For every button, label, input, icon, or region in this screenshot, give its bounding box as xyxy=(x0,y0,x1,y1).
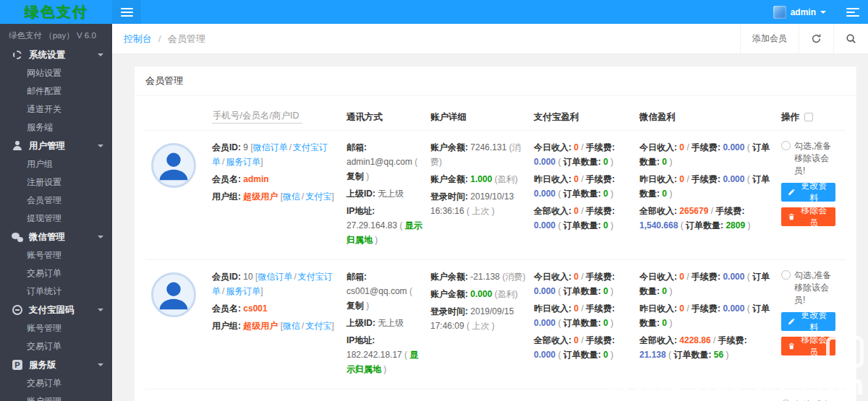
profit-line: 昨日收入: 0 / 手续费: 0.000 ( 订单数量: 0 ) xyxy=(534,172,632,201)
sidebar-section-label: 微信管理 xyxy=(29,228,65,246)
col-wechat-profit: 微信盈利 xyxy=(639,112,676,122)
sidebar-item[interactable]: 交易订单 xyxy=(0,264,112,283)
order-link[interactable]: 服务订单 xyxy=(226,157,260,167)
remove-hint: 勾选,准备移除该会员! xyxy=(794,140,835,177)
breadcrumb-home-link[interactable]: 控制台 xyxy=(124,33,152,46)
breadcrumb-separator: / xyxy=(158,33,161,44)
sidebar-section-header[interactable]: 微信管理 xyxy=(0,228,112,246)
sidebar-item[interactable]: 提现管理 xyxy=(0,210,112,228)
parent-id-label: 上级ID: xyxy=(346,189,375,199)
member-management-card: 会员管理 通讯方式 账户详细 支付宝盈利 微信盈利 操作 xyxy=(134,66,857,401)
profit-line: 昨日收入: 0 / 手续费: 0.000 ( 订单数量: 0 ) xyxy=(639,172,774,201)
service-icon xyxy=(12,359,23,371)
remove-hint: 勾选,准备移除该会员! xyxy=(794,270,835,306)
hamburger-menu-icon[interactable] xyxy=(112,0,141,24)
account-detail-cell: 账户余额: -21.138 (消费) 账户金额: 0.000 (盈利) 登录时间… xyxy=(430,270,534,379)
sidebar-section-label: 支付宝固码 xyxy=(29,301,75,319)
sidebar-section-header[interactable]: 系统设置 xyxy=(0,46,112,64)
login-time-label: 登录时间: xyxy=(430,306,468,316)
search-icon xyxy=(846,33,856,44)
sidebar-item[interactable]: 订单统计 xyxy=(0,283,112,301)
sidebar-item[interactable]: 交易订单 xyxy=(0,337,112,355)
amount-value: 0.000 xyxy=(470,289,492,299)
search-button[interactable] xyxy=(833,24,868,53)
group-link[interactable]: 支付宝 xyxy=(305,321,331,331)
col-action: 操作 xyxy=(781,112,799,122)
group-link[interactable]: 支付宝 xyxy=(305,191,331,202)
sidebar-item[interactable]: 注册设置 xyxy=(0,173,112,191)
sidebar-item[interactable]: 账号管理 xyxy=(0,319,112,337)
breadcrumb-current: 会员管理 xyxy=(168,33,205,46)
right-panel-icon[interactable] xyxy=(839,0,868,24)
table-row: 会员ID: 11 [微信订单/支付宝订单/服务订单/] 会员名: cc123 用… xyxy=(145,389,846,401)
order-link[interactable]: 微信订单 xyxy=(253,142,288,152)
select-all-checkbox[interactable] xyxy=(804,113,813,121)
copy-link[interactable]: 复制 xyxy=(346,301,364,311)
wechat-profit-cell: 今日收入: 0 / 手续费: 0.000 ( 订单数量: 0 ) xyxy=(639,140,781,250)
admin-dropdown[interactable]: admin xyxy=(760,0,839,24)
user-group-label: 用户组: xyxy=(212,321,241,331)
app-version: 绿色支付 （pay） V 6.0 xyxy=(0,24,112,46)
action-cell: 勾选,准备移除该会员! 更改资料 移除会员 xyxy=(781,140,843,250)
ip-value: 27.29.164.83 xyxy=(346,220,397,230)
order-link[interactable]: 微信订单 xyxy=(258,272,292,282)
alipay-icon xyxy=(12,304,23,316)
search-input[interactable] xyxy=(212,108,302,124)
ip-label: IP地址: xyxy=(346,206,375,216)
add-member-button[interactable]: 添加会员 xyxy=(740,24,799,53)
sidebar-item[interactable]: 会员管理 xyxy=(0,191,112,210)
card-title: 会员管理 xyxy=(135,66,856,96)
sidebar-item[interactable]: 服务端 xyxy=(0,118,112,137)
ip-label: IP地址: xyxy=(346,335,375,345)
email-value: admin1@qq.com xyxy=(346,157,412,167)
profit-line: 全部收入: 0 / 手续费: 0.000 ( 订单数量: 0 ) xyxy=(534,204,632,233)
remove-member-button[interactable]: 移除会员 xyxy=(781,207,835,226)
sidebar-section-header[interactable]: 支付宝固码 xyxy=(0,301,112,319)
copy-link[interactable]: 复制 xyxy=(346,171,364,181)
breadcrumb: 控制台 / 会员管理 xyxy=(112,24,205,53)
avatar xyxy=(151,272,196,317)
main-area: 控制台 / 会员管理 添加会员 会员管理 通讯方式 账户详细 支付宝盈 xyxy=(112,24,868,401)
admin-avatar xyxy=(773,6,786,19)
remove-radio[interactable] xyxy=(781,141,791,150)
profit-line: 全部收入: 4228.86 / 手续费: 21.138 ( 订单数量: 56 ) xyxy=(639,333,774,362)
chevron-down-icon xyxy=(98,309,103,314)
sidebar-item[interactable]: 账户管理 xyxy=(0,392,112,401)
member-name-label: 会员名: xyxy=(212,174,241,184)
chevron-down-icon xyxy=(98,236,103,241)
member-name-value: cs001 xyxy=(243,303,267,314)
sidebar-item[interactable]: 交易订单 xyxy=(0,374,112,392)
table-row: 会员ID: 9 [微信订单/支付宝订单/服务订单/] 会员名: admin 用户… xyxy=(145,130,846,259)
group-link[interactable]: 微信 xyxy=(283,321,300,331)
sidebar-section: 用户管理 用户组 注册设置 会员管理 提现管理 xyxy=(0,137,112,228)
sidebar-section: 系统设置 网站设置 邮件配置 通道开关 服务端 xyxy=(0,46,112,137)
edit-member-button[interactable]: 更改资料 xyxy=(781,183,835,202)
wechat-icon xyxy=(12,231,23,243)
remove-member-button[interactable]: 移除会员 xyxy=(781,337,835,355)
balance-value: -21.138 xyxy=(470,272,500,282)
member-info-cell: 会员ID: 9 [微信订单/支付宝订单/服务订单/] 会员名: admin 用户… xyxy=(212,140,346,250)
parent-id-value: 无上级 xyxy=(378,189,404,199)
sidebar-item[interactable]: 账号管理 xyxy=(0,246,112,264)
sidebar-item[interactable]: 网站设置 xyxy=(0,64,112,82)
profit-line: 今日收入: 0 / 手续费: 0.000 ( 订单数量: 0 ) xyxy=(639,140,774,169)
remove-radio[interactable] xyxy=(781,270,791,280)
sidebar-section-header[interactable]: 服务版 xyxy=(0,355,112,374)
sidebar-section: 支付宝固码 账号管理 交易订单 xyxy=(0,301,112,355)
sidebar-item[interactable]: 通道开关 xyxy=(0,100,112,118)
table-header: 通讯方式 账户详细 支付宝盈利 微信盈利 操作 xyxy=(145,96,846,130)
top-bar: 绿色支付 admin xyxy=(0,0,868,24)
member-id-value: 10 xyxy=(243,272,252,282)
user-group-label: 用户组: xyxy=(212,191,241,202)
profit-line: 全部收入: 265679 / 手续费: 1,540.668 ( 订单数量: 28… xyxy=(639,204,774,233)
sidebar-item[interactable]: 用户组 xyxy=(0,155,112,173)
order-link[interactable]: 服务订单 xyxy=(226,286,260,296)
refresh-button[interactable] xyxy=(799,24,833,53)
profit-line: 全部收入: 0 / 手续费: 0.000 ( 订单数量: 0 ) xyxy=(534,333,632,362)
group-link[interactable]: 微信 xyxy=(283,191,300,202)
profit-line: 昨日收入: 0 / 手续费: 0.000 ( 订单数量: 0 ) xyxy=(639,301,774,330)
edit-member-button[interactable]: 更改资料 xyxy=(781,312,835,331)
col-account: 账户详细 xyxy=(430,112,467,122)
sidebar-item[interactable]: 邮件配置 xyxy=(0,82,112,100)
sidebar-section-header[interactable]: 用户管理 xyxy=(0,137,112,155)
